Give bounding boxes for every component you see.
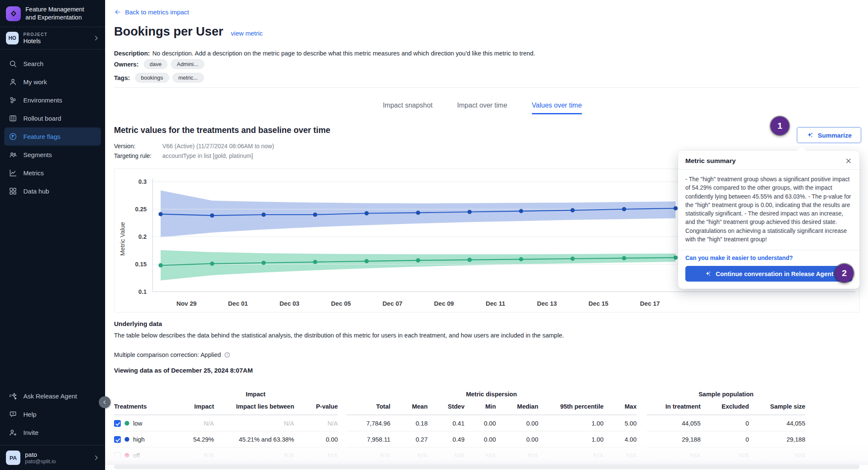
sidebar-item-environments[interactable]: Environments xyxy=(4,91,101,109)
sidebar-collapse-handle[interactable] xyxy=(99,396,111,408)
svg-text:0.1: 0.1 xyxy=(139,288,147,295)
svg-text:Dec 17: Dec 17 xyxy=(640,300,660,307)
tag-pill[interactable]: bookings xyxy=(135,73,169,83)
table-column-header: In treatment xyxy=(647,400,701,415)
info-icon[interactable]: ? xyxy=(224,351,231,358)
table-cell: N/A xyxy=(538,447,604,463)
table-cell: 0 xyxy=(701,431,749,447)
table-cell: N/A xyxy=(701,447,749,463)
treatment-checkbox-off[interactable] xyxy=(114,452,121,459)
chevron-left-icon xyxy=(101,399,108,406)
sidebar-item-ask-release-agent[interactable]: Ask Release Agent xyxy=(4,387,101,405)
svg-text:Dec 13: Dec 13 xyxy=(537,300,557,307)
app-logo-row: Feature Management and Experimentation xyxy=(0,0,105,27)
sidebar-item-feature-flags[interactable]: Feature flags xyxy=(4,127,101,146)
sidebar-item-rollout-board[interactable]: Rollout board xyxy=(4,109,101,127)
treatment-cell-off: off xyxy=(114,447,173,463)
table-cell: N/A xyxy=(214,415,294,431)
easier-to-understand-link[interactable]: Can you make it easier to understand? xyxy=(685,255,852,261)
sparkles-icon xyxy=(806,131,814,139)
viewing-data-timestamp: Viewing data as of December 25, 2024 8:0… xyxy=(114,367,253,374)
help-chat-icon: ? xyxy=(8,410,17,419)
sidebar-item-label: Metrics xyxy=(23,169,44,177)
tab-impact-snapshot[interactable]: Impact snapshot xyxy=(383,102,432,114)
owners-pills: daveAdmini... xyxy=(144,59,204,69)
table-cell: 0.18 xyxy=(390,415,428,431)
table-column-header: Stdev xyxy=(428,400,465,415)
table-cell: 0.00 xyxy=(496,415,538,431)
svg-text:Dec 09: Dec 09 xyxy=(434,300,454,307)
svg-text:Dec 05: Dec 05 xyxy=(331,300,351,307)
tag-pill[interactable]: metric... xyxy=(172,73,204,83)
sidebar-item-segments[interactable]: Segments xyxy=(4,146,101,164)
underlying-table: ImpactMetric dispersionSample population… xyxy=(114,389,805,463)
y-axis-label: Metric Value xyxy=(119,222,126,256)
treatment-color-dot xyxy=(125,437,129,442)
table-cell: N/A xyxy=(214,447,294,463)
table-column-header: Median xyxy=(496,400,538,415)
table-group-header: Sample population xyxy=(647,391,805,398)
table-cell: 0.00 xyxy=(496,431,538,447)
description-row: Description:No description. Add a descri… xyxy=(114,50,535,57)
page-title: Bookings per User xyxy=(114,25,223,39)
treatment-checkbox-low[interactable] xyxy=(114,420,121,427)
sidebar-item-data-hub[interactable]: Data hub xyxy=(4,182,101,200)
popup-body: - The "high" treatment group shows a sig… xyxy=(678,170,860,250)
metric-summary-popup: Metric summary - The "high" treatment gr… xyxy=(678,151,860,289)
treatment-checkbox-high[interactable] xyxy=(114,436,121,443)
view-metric-link[interactable]: view metric xyxy=(231,30,263,37)
project-switcher[interactable]: HO PROJECT Hotels xyxy=(0,27,105,49)
table-cell: N/A xyxy=(749,447,805,463)
user-menu[interactable]: PA pato pato@split.io xyxy=(0,445,105,470)
sidebar-item-search[interactable]: Search xyxy=(4,55,101,73)
owner-pill[interactable]: dave xyxy=(144,59,167,69)
table-cell: 0.49 xyxy=(428,431,465,447)
table-cell: N/A xyxy=(465,447,496,463)
table-cell: N/A xyxy=(647,447,701,463)
sidebar-item-metrics[interactable]: Metrics xyxy=(4,164,101,182)
owner-pill[interactable]: Admini... xyxy=(171,59,204,69)
targeting-rule-value: accountType in list [gold, platinum] xyxy=(162,151,253,161)
line-chart-icon xyxy=(8,169,17,177)
svg-text:Dec 07: Dec 07 xyxy=(383,300,403,307)
table-cell: 29,188 xyxy=(749,431,805,447)
table-cell: N/A xyxy=(173,447,214,463)
table-cell: N/A xyxy=(496,447,538,463)
table-column-header: Mean xyxy=(390,400,428,415)
owners-label: Owners: xyxy=(114,61,139,68)
back-link[interactable]: Back to metrics impact xyxy=(114,8,189,16)
svg-text:0.25: 0.25 xyxy=(135,206,147,213)
sidebar-item-help[interactable]: ?Help xyxy=(4,405,101,423)
continue-conversation-button[interactable]: Continue conversation in Release Agent xyxy=(685,266,852,282)
user-name: pato xyxy=(25,451,56,458)
hexagons-icon xyxy=(8,96,17,105)
table-cell: 4.00 xyxy=(604,431,637,447)
table-cell: N/A xyxy=(294,415,338,431)
table-cell: 0.00 xyxy=(465,431,496,447)
treatment-color-dot xyxy=(125,453,129,458)
tags-row: Tags: bookingsmetric... xyxy=(114,73,204,83)
tab-impact-over-time[interactable]: Impact over time xyxy=(457,102,507,114)
table-column-header: Impact lies between xyxy=(214,400,294,415)
table-cell: 1.00 xyxy=(538,431,604,447)
sidebar-item-label: Segments xyxy=(23,151,52,158)
summarize-button[interactable]: Summarize xyxy=(797,127,861,143)
project-name: Hotels xyxy=(23,38,47,44)
sidebar-item-invite[interactable]: Invite xyxy=(4,423,101,442)
sidebar-item-my-work[interactable]: My work xyxy=(4,73,101,91)
popup-title: Metric summary xyxy=(685,157,736,165)
split-logo-icon xyxy=(6,6,21,21)
sidebar-item-label: Data hub xyxy=(23,188,49,195)
svg-text:?: ? xyxy=(226,353,228,356)
tags-label: Tags: xyxy=(114,75,130,81)
table-group-header: Impact xyxy=(173,391,338,398)
chevron-right-icon xyxy=(92,34,100,42)
horizontal-scrollbar[interactable] xyxy=(114,464,860,469)
columns-icon xyxy=(8,114,17,123)
close-icon[interactable] xyxy=(845,157,852,165)
tab-values-over-time[interactable]: Values over time xyxy=(532,102,582,114)
user-email: pato@split.io xyxy=(25,459,56,464)
sidebar-item-label: My work xyxy=(23,78,47,86)
back-arrow-icon xyxy=(114,8,121,16)
sidebar: Feature Management and Experimentation H… xyxy=(0,0,105,470)
